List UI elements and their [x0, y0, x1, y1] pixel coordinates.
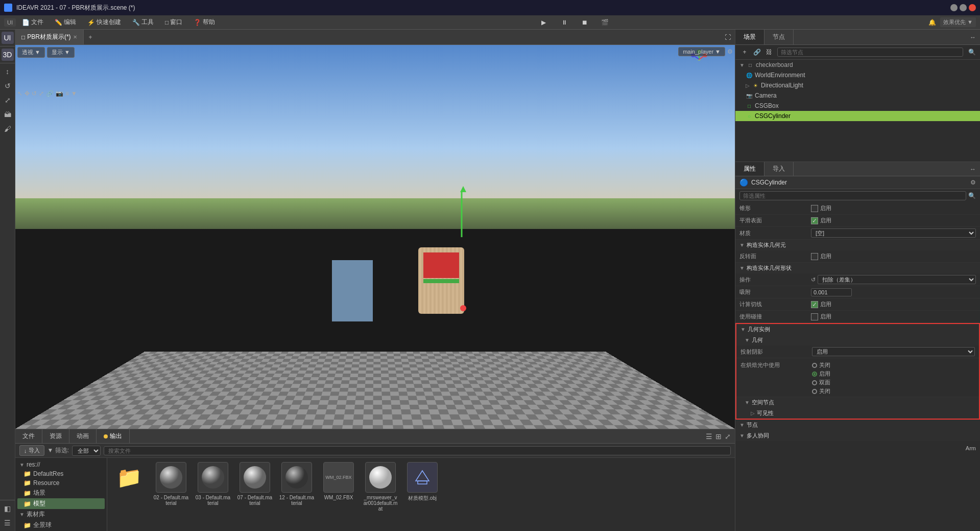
- scene-tab-scene[interactable]: 场景: [735, 30, 764, 44]
- prop-cone-checkbox[interactable]: [811, 205, 818, 212]
- vp-action-snap[interactable]: 🔗: [46, 90, 54, 97]
- file-item-fbx[interactable]: WM_02.FBX WM_02.FBX: [321, 462, 356, 500]
- radio-close[interactable]: 关闭: [812, 387, 830, 395]
- tree-models[interactable]: 📁 模型: [17, 498, 105, 509]
- prop-node-action1[interactable]: ⚙: [970, 179, 976, 186]
- tree-defaultres[interactable]: 📁 DefaultRes: [17, 469, 105, 478]
- file-item-mat03[interactable]: 03 - Default.material: [195, 462, 231, 506]
- vp-action-move[interactable]: ✥: [25, 90, 30, 97]
- ptab-props[interactable]: 属性: [735, 162, 764, 176]
- file-item-folder[interactable]: 📁: [111, 462, 147, 495]
- add-node-btn[interactable]: +: [739, 47, 750, 57]
- scene-node-dirlight[interactable]: ▷ ☀ DirectionalLight: [735, 80, 980, 90]
- tree-assets[interactable]: ▼ 素材库: [17, 509, 105, 520]
- import-button[interactable]: ↓ 导入: [19, 445, 44, 456]
- vp-action-scale[interactable]: ⤢: [39, 90, 44, 97]
- record-button[interactable]: 🎬: [600, 17, 610, 28]
- scene-node-camera[interactable]: 📷 Camera: [735, 90, 980, 101]
- sidebar-terrain-icon[interactable]: 🏔: [2, 108, 14, 121]
- sidebar-bottom2-icon[interactable]: ☰: [2, 517, 14, 529]
- menu-help[interactable]: ❓帮助: [188, 16, 220, 29]
- prop-tangent-checkbox[interactable]: ✓: [811, 301, 818, 308]
- filter-select[interactable]: 全部: [72, 446, 101, 456]
- file-item-mat12[interactable]: 12 - Default.material: [279, 462, 315, 506]
- ptab-import[interactable]: 导入: [764, 162, 794, 176]
- prop-spatial-section[interactable]: ▼ 空间节点: [736, 397, 979, 408]
- viewport-tab-close[interactable]: ✕: [73, 34, 77, 40]
- prop-flip-checkbox[interactable]: [811, 253, 818, 260]
- camera-select[interactable]: main_player ▼: [678, 47, 725, 56]
- prop-geo-instance-section[interactable]: ▼ 几何实例: [736, 324, 979, 335]
- prop-operation-select[interactable]: 扣除（差集）: [818, 275, 976, 284]
- file-item-mrsweaver[interactable]: _mrsweaver_var001default.mat: [363, 462, 398, 512]
- close-button[interactable]: [969, 4, 976, 11]
- scene-node-csgcylinder[interactable]: ○ CSGCylinder: [735, 111, 980, 121]
- vp-action-more[interactable]: ≡: [65, 90, 69, 97]
- menu-edit[interactable]: ✏️编辑: [50, 16, 81, 29]
- vp-action-dropdown[interactable]: ▼: [71, 90, 77, 97]
- scene-filter-input[interactable]: [777, 48, 963, 57]
- attach-node-btn[interactable]: ⛓: [764, 47, 774, 57]
- scene-node-checkerboard[interactable]: ▼ □ checkerboard: [735, 60, 980, 70]
- file-item-mat02[interactable]: 02 - Default.material: [153, 462, 189, 506]
- link-node-btn[interactable]: 🔗: [752, 47, 762, 57]
- scene-node-worldenv[interactable]: 🌐 WorldEnvironment: [735, 70, 980, 80]
- prop-visibility-section[interactable]: ▷ 可见性: [736, 408, 979, 419]
- file-item-obj[interactable]: 材质模型.obj: [404, 462, 440, 502]
- prop-material-select[interactable]: [空]: [811, 228, 976, 238]
- vp-settings-icon[interactable]: ⚙: [727, 48, 733, 55]
- tree-panorama[interactable]: 📁 全景球: [17, 520, 105, 530]
- prop-operation-refresh[interactable]: ↺: [811, 276, 816, 283]
- sidebar-paint-icon[interactable]: 🖌: [2, 123, 14, 135]
- sidebar-move-icon[interactable]: ↕: [2, 65, 14, 78]
- menu-window[interactable]: □窗口: [160, 16, 187, 29]
- radio-enable[interactable]: 启用: [812, 370, 830, 378]
- vp-display-btn[interactable]: 显示 ▼: [47, 47, 75, 58]
- prop-snap-input[interactable]: [811, 288, 852, 296]
- tree-resource[interactable]: 📁 Resource: [17, 478, 105, 488]
- prop-csg-geo-section[interactable]: ▼ 构造实体几何元: [735, 240, 980, 250]
- search-input[interactable]: [104, 446, 731, 455]
- btab-assets[interactable]: 资源: [42, 429, 69, 443]
- prop-csg-shape-section[interactable]: ▼ 构造实体几何形状: [735, 263, 980, 273]
- menu-quick-create[interactable]: ⚡快速创建: [82, 16, 126, 29]
- vp-view-btn[interactable]: 透视 ▼: [17, 47, 45, 58]
- btab-animation[interactable]: 动画: [69, 429, 97, 443]
- scene-node-csgbox[interactable]: □ CSGBox: [735, 101, 980, 111]
- viewport-tab-pbr[interactable]: □ PBR材质展示(*) ✕: [15, 30, 84, 44]
- prop-collision-checkbox[interactable]: [811, 313, 818, 320]
- prop-geo-subsection[interactable]: ▼ 几何: [736, 335, 979, 345]
- filter-props-input[interactable]: [739, 191, 966, 200]
- prop-smooth-checkbox[interactable]: ✓: [811, 217, 818, 224]
- prop-shadow-select[interactable]: 启用: [812, 347, 975, 356]
- sidebar-bottom1-icon[interactable]: ◧: [2, 502, 14, 515]
- tree-res[interactable]: ▼ res://: [17, 460, 105, 469]
- btab-icon-grid[interactable]: ⊞: [715, 432, 722, 441]
- maximize-button[interactable]: [960, 4, 967, 11]
- prop-multicoop-section[interactable]: ▼ 多人协同: [735, 430, 980, 441]
- viewport-tab-add[interactable]: +: [84, 32, 98, 43]
- vp-action-camera[interactable]: 📷: [56, 90, 63, 97]
- radio-double[interactable]: 双面: [812, 379, 830, 386]
- btab-file[interactable]: 文件: [15, 429, 42, 443]
- menu-file[interactable]: 📄文件: [17, 16, 49, 29]
- radio-off[interactable]: 关闭: [812, 361, 830, 369]
- tree-scene[interactable]: 📁 场景: [17, 488, 105, 498]
- effect-label[interactable]: 效果优先 ▼: [940, 17, 976, 27]
- btab-icon-list[interactable]: ☰: [706, 432, 712, 441]
- menu-tools[interactable]: 🔧工具: [127, 16, 159, 29]
- scene-tab-node[interactable]: 节点: [764, 30, 794, 44]
- stop-button[interactable]: ⏹: [580, 17, 590, 28]
- sidebar-scale-icon[interactable]: ⤢: [2, 94, 14, 106]
- sidebar-3d-label[interactable]: 3D: [2, 49, 14, 61]
- file-item-mat07[interactable]: 07 - Default.material: [237, 462, 273, 506]
- btab-icon-expand[interactable]: ⤢: [725, 432, 731, 441]
- expand-icon[interactable]: ⛶: [725, 34, 731, 41]
- sidebar-rotate-icon[interactable]: ↺: [2, 80, 14, 92]
- btab-output[interactable]: 输出: [97, 429, 130, 443]
- prop-node-section[interactable]: ▼ 节点: [735, 420, 980, 430]
- minimize-button[interactable]: [950, 4, 958, 11]
- play-button[interactable]: ▶: [539, 17, 549, 28]
- vp-action-cursor[interactable]: ↖: [17, 90, 22, 97]
- pause-button[interactable]: ⏸: [559, 17, 569, 28]
